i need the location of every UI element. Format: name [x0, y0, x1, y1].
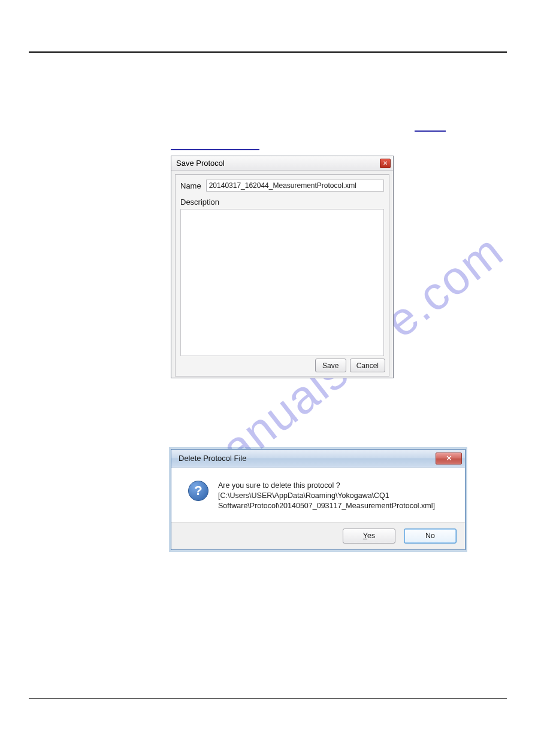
- link-underline-small: [415, 130, 446, 132]
- description-label: Description: [180, 198, 384, 207]
- page-bottom-rule: [29, 698, 507, 699]
- delete-dialog-footer: Yes No: [171, 522, 465, 549]
- message-line-1: Are you sure to delete this protocol ?: [218, 481, 435, 491]
- cancel-button[interactable]: Cancel: [350, 359, 385, 372]
- page-top-rule: [29, 51, 507, 53]
- save-dialog-buttons: Save Cancel: [315, 359, 385, 372]
- message-line-3: Software\Protocol\20140507_093117_Measur…: [218, 501, 435, 511]
- yes-mnemonic: Y: [363, 532, 367, 540]
- delete-dialog-title: Delete Protocol File: [179, 454, 246, 463]
- save-protocol-dialog: Save Protocol ✕ Name Description Save Ca…: [171, 156, 394, 378]
- yes-rest: es: [367, 532, 375, 540]
- delete-protocol-dialog: Delete Protocol File ✕ ? Are you sure to…: [171, 449, 466, 550]
- yes-button[interactable]: Yes: [343, 529, 395, 544]
- link-underline-large: [171, 149, 259, 150]
- delete-dialog-title-bar[interactable]: Delete Protocol File ✕: [171, 450, 465, 467]
- description-textarea[interactable]: [180, 209, 384, 356]
- name-input[interactable]: [206, 180, 384, 192]
- close-icon[interactable]: ✕: [436, 453, 462, 464]
- delete-dialog-body: ? Are you sure to delete this protocol ?…: [171, 467, 465, 522]
- question-icon: ?: [188, 481, 208, 501]
- name-label: Name: [180, 181, 201, 190]
- no-button[interactable]: No: [404, 529, 457, 544]
- delete-message: Are you sure to delete this protocol ? […: [218, 481, 435, 511]
- name-row: Name: [180, 180, 384, 192]
- close-icon[interactable]: ✕: [380, 159, 391, 168]
- message-line-2: [C:\Users\USER\AppData\Roaming\Yokogawa\…: [218, 491, 435, 501]
- save-button[interactable]: Save: [315, 359, 346, 372]
- save-dialog-body: Name Description Save Cancel: [175, 174, 389, 377]
- save-dialog-title: Save Protocol: [176, 159, 225, 168]
- save-dialog-title-bar[interactable]: Save Protocol ✕: [171, 156, 393, 171]
